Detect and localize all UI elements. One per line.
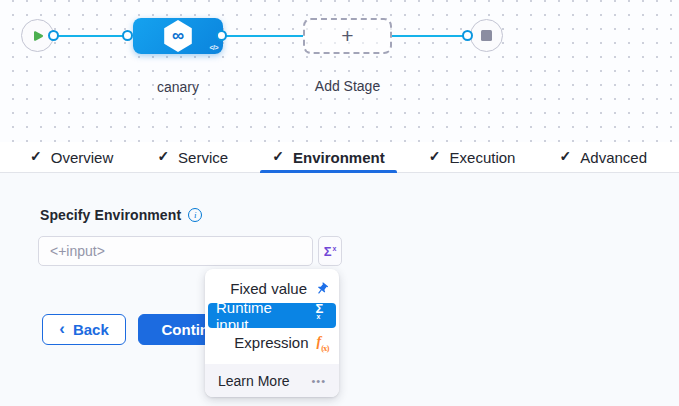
specify-environment-label: Specify Environment <box>40 207 181 223</box>
flow-line <box>392 35 468 37</box>
sigma-icon: Σx <box>315 301 328 331</box>
check-icon: ✓ <box>560 148 572 164</box>
environment-panel: Specify Environment i <+input> Σx ‹ Back… <box>0 173 679 406</box>
stage-setup-screen: ∞ </> + canary Add Stage ✓ Overview ✓ Se… <box>0 0 679 406</box>
pipeline-end-node[interactable] <box>470 19 503 52</box>
more-options-icon[interactable]: ••• <box>311 375 326 387</box>
connector-dot[interactable] <box>48 30 59 41</box>
add-stage-button[interactable]: + <box>303 18 392 54</box>
menu-item-runtime-input[interactable]: Runtime input Σx <box>208 303 336 328</box>
connector-dot[interactable] <box>216 30 227 41</box>
fx-icon: f(x) <box>317 334 330 352</box>
environment-input-value: <+input> <box>50 243 105 259</box>
stage-config-tabs: ✓ Overview ✓ Service ✓ Environment ✓ Exe… <box>0 142 679 173</box>
add-stage-label: Add Stage <box>296 78 399 94</box>
check-icon: ✓ <box>272 148 284 164</box>
menu-footer: Learn More ••• <box>205 364 339 397</box>
tab-overview[interactable]: ✓ Overview <box>22 142 121 172</box>
tab-environment[interactable]: ✓ Environment <box>264 142 392 172</box>
info-icon[interactable]: i <box>188 208 202 222</box>
check-icon: ✓ <box>429 148 441 164</box>
runtime-input-type-button[interactable]: Σx <box>318 236 342 266</box>
specify-environment-row: Specify Environment i <box>40 207 202 223</box>
tab-service[interactable]: ✓ Service <box>149 142 236 172</box>
harness-stage-icon: ∞ <box>163 20 193 52</box>
connector-dot[interactable] <box>462 30 473 41</box>
stage-name-label: canary <box>133 79 223 95</box>
menu-item-expression[interactable]: Expression f(x) <box>205 330 339 355</box>
back-button[interactable]: ‹ Back <box>42 314 126 345</box>
flow-line <box>54 35 128 37</box>
tab-execution[interactable]: ✓ Execution <box>421 142 524 172</box>
check-icon: ✓ <box>157 148 169 164</box>
play-icon <box>32 30 44 42</box>
tab-advanced[interactable]: ✓ Advanced <box>552 142 655 172</box>
learn-more-link[interactable]: Learn More <box>218 373 290 389</box>
plus-icon: + <box>341 25 353 46</box>
pipeline-canvas: ∞ </> + canary Add Stage <box>0 0 679 142</box>
check-icon: ✓ <box>30 148 42 164</box>
stop-icon <box>481 30 492 41</box>
menu-item-fixed-value[interactable]: Fixed value <box>205 276 339 301</box>
pin-icon <box>312 279 332 299</box>
environment-input[interactable]: <+input> <box>38 236 313 266</box>
chevron-left-icon: ‹ <box>59 319 65 339</box>
flow-line <box>223 35 303 37</box>
connector-dot[interactable] <box>122 30 133 41</box>
input-type-menu: Fixed value Runtime input Σx Expression … <box>205 269 339 397</box>
stage-node-canary[interactable]: ∞ </> <box>133 18 223 54</box>
code-icon: </> <box>209 44 218 51</box>
